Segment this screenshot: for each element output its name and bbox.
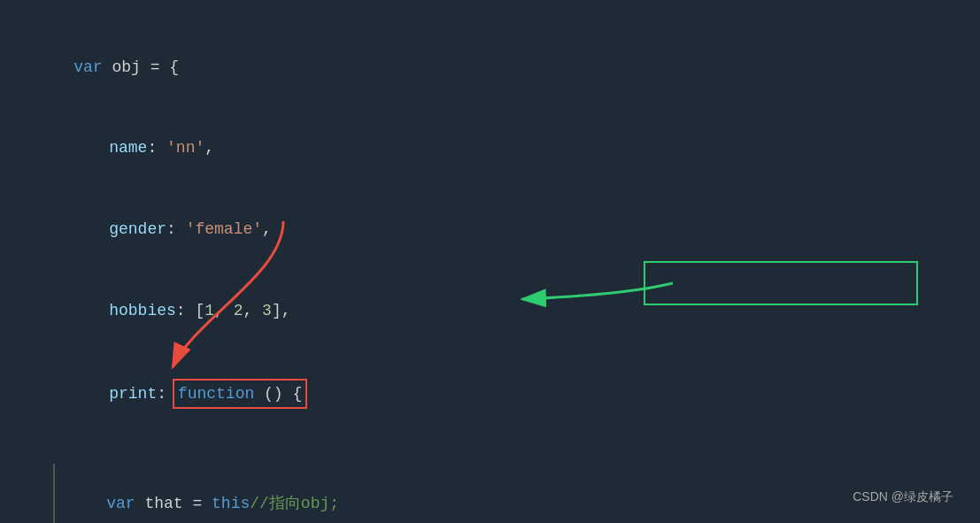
code-line-5: print: function () { xyxy=(35,351,945,436)
code-line-1: var obj = { xyxy=(35,27,945,108)
function-highlight: function () { xyxy=(173,379,307,410)
name-prop: name xyxy=(109,139,147,157)
var-keyword: var xyxy=(73,58,102,76)
watermark: CSDN @绿皮橘子 xyxy=(853,489,953,505)
code-block: var obj = { name: 'nn', gender: 'female'… xyxy=(0,0,980,523)
code-line-2: name: 'nn', xyxy=(35,108,945,189)
gender-prop: gender xyxy=(109,220,166,238)
code-line-3: gender: 'female', xyxy=(35,189,945,271)
code-line-7: var that = this//指向obj; xyxy=(53,464,945,524)
this-keyword: this xyxy=(212,495,250,512)
var-keyword-2: var xyxy=(106,495,135,512)
hobbies-prop: hobbies xyxy=(109,302,176,319)
code-line-6 xyxy=(35,436,945,464)
print-prop: print xyxy=(109,385,157,403)
code-line-4: hobbies: [1, 2, 3], xyxy=(35,270,945,351)
